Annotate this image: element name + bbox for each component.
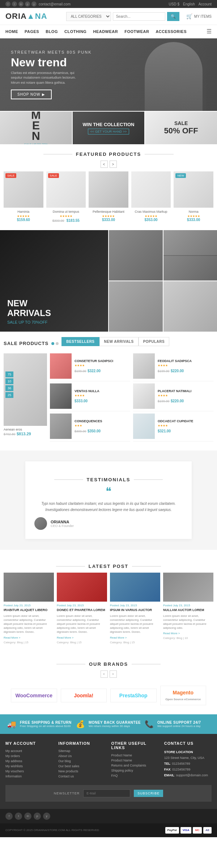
sale-thumb-0[interactable] <box>50 353 72 379</box>
nav-headwear[interactable]: HEADWEAR <box>93 29 118 34</box>
search-input[interactable] <box>113 12 165 21</box>
sale-percent: 50% OFF <box>164 126 198 136</box>
post-read-more-2[interactable]: Read More > <box>110 636 160 639</box>
footer-youtube-icon[interactable]: y <box>43 813 50 820</box>
nav-footwear[interactable]: FOOTWEAR <box>124 29 149 34</box>
sale-product-info-5: ODCAECAT CUPIDATE ★★★★ $321.00 <box>158 419 213 433</box>
footer-returns[interactable]: Returns and Complaints <box>111 764 159 767</box>
arrivals-img-4[interactable] <box>109 281 163 332</box>
footer-our-blog[interactable]: Our blog <box>58 759 106 763</box>
footer-instagram-icon[interactable]: in <box>24 813 31 820</box>
sale-product-name-5: ODCAECAT CUPIDATE <box>158 419 213 423</box>
product-image-3[interactable] <box>131 171 171 208</box>
hamburger-menu[interactable]: ☰ <box>207 28 212 35</box>
sale-product-info-1: VENTAS NULLA ★★★★ $333.00 <box>75 389 130 403</box>
featured-next-button[interactable]: > <box>110 161 117 168</box>
sale-thumb-1[interactable] <box>50 383 72 409</box>
nav-clothing[interactable]: CLOTHING <box>64 29 86 34</box>
product-image-2[interactable] <box>89 171 128 208</box>
footer-my-wishlists[interactable]: My wishlists <box>5 764 53 768</box>
post-image-1[interactable] <box>57 573 107 602</box>
footer-my-vouchers[interactable]: My vouchers <box>5 769 53 773</box>
arrivals-img-5[interactable] <box>163 281 217 332</box>
instagram-icon[interactable]: in <box>18 1 24 7</box>
product-price-group-1: $333.00 $183.55 <box>46 218 86 223</box>
post-read-more-1[interactable]: Read More > <box>57 636 107 639</box>
banner-men[interactable]: MEN SALE UP TO 70% <box>0 112 72 144</box>
arrivals-img-3[interactable] <box>163 256 217 281</box>
tab-bestsellers[interactable]: BESTSELLERS <box>61 337 99 346</box>
sale-dot-1[interactable] <box>51 342 54 345</box>
tab-populars[interactable]: POPULARS <box>139 337 170 346</box>
nav-pages[interactable]: PAGES <box>25 29 39 34</box>
post-image-3[interactable] <box>163 573 213 602</box>
language-selector[interactable]: English <box>183 2 195 6</box>
win-sub: << GET YOUR HAND >> <box>88 129 129 134</box>
arrivals-img-2[interactable] <box>163 230 217 255</box>
footer-facebook-icon[interactable]: f <box>5 813 13 820</box>
countdown-minutes: 36 <box>5 385 13 391</box>
footer-sitemap[interactable]: Sitemap <box>58 749 106 753</box>
sale-thumb-5[interactable] <box>133 414 155 439</box>
featured-prev-button[interactable]: < <box>101 161 108 168</box>
currency-selector[interactable]: USD $ <box>169 2 179 6</box>
nav-home[interactable]: HOME <box>5 29 18 34</box>
brand-joomla[interactable]: Joomla! <box>61 689 107 702</box>
banner-win[interactable]: WIN THE COLLECTION << GET YOUR HAND >> <box>73 112 145 144</box>
footer-product-2[interactable]: Product Name <box>111 759 159 762</box>
footer-information[interactable]: Information <box>5 774 53 778</box>
footer-faq[interactable]: FAQ <box>111 774 159 777</box>
brand-prestashop[interactable]: PrestaShop <box>110 689 157 702</box>
nav-accessories[interactable]: ACCESSORIES <box>156 29 187 34</box>
sale-thumb-3[interactable] <box>133 353 155 379</box>
footer-shipping-policy[interactable]: Shipping policy <box>111 769 159 772</box>
product-card-4: NEW Norma ★★★★★ $333.00 <box>174 171 213 223</box>
post-image-0[interactable] <box>4 573 54 602</box>
subscribe-button[interactable]: SUBSCRIBE <box>134 790 163 797</box>
brand-woocommerce[interactable]: WooCommerce <box>11 689 57 702</box>
tab-new-arrivals[interactable]: NEW ARRIVALS <box>99 337 139 346</box>
cart-info[interactable]: 🛒 MY ITEMS <box>186 13 212 19</box>
sale-product-info-4: PLACERAT NATIMALI ★★★★ $199.00 $220.00 <box>158 389 213 403</box>
account-link[interactable]: Account <box>199 2 212 6</box>
post-read-more-3[interactable]: Read More > <box>163 632 213 635</box>
sale-section-title: SALE PRODUCTS <box>4 341 48 346</box>
arrivals-banner[interactable]: NEWARRIVALS SALE UP TO 70%OFF <box>0 230 108 332</box>
newsletter-label: NEWSLETTER <box>54 792 80 795</box>
sale-thumb-2[interactable] <box>50 414 72 439</box>
footer-new-products[interactable]: New products <box>58 769 106 773</box>
sale-dot-2[interactable] <box>56 342 59 345</box>
brand-magento[interactable]: MagentoOpen Source eCommerce <box>160 686 207 705</box>
logo[interactable]: ORIA▲NA <box>5 12 47 21</box>
category-select[interactable]: ALL CATEGORIES <box>66 12 111 21</box>
sale-thumb-4[interactable] <box>133 383 155 409</box>
brands-prev-button[interactable]: ‹ <box>101 670 108 678</box>
footer-my-address[interactable]: My address <box>5 759 53 763</box>
newsletter-input[interactable] <box>83 789 130 797</box>
twitter-icon[interactable]: t <box>12 1 17 7</box>
footer-twitter-icon[interactable]: t <box>15 813 22 820</box>
footer-contact-us[interactable]: Contact us <box>58 774 106 778</box>
pinterest-icon[interactable]: p <box>25 1 30 7</box>
banner-sale-text: SALE 50% OFF <box>164 120 198 136</box>
banner-sale[interactable]: SALE 50% OFF <box>145 112 217 144</box>
search-button[interactable]: 🔍 <box>167 12 179 21</box>
hero-shop-button[interactable]: SHOP NOW ▶ <box>11 90 52 99</box>
nav-blog[interactable]: BLOG <box>46 29 58 34</box>
footer-grid: MY ACCOUNT My account My orders My addre… <box>5 741 212 780</box>
sale-product-stars-5: ★★★★ <box>158 424 213 427</box>
footer-product-1[interactable]: Product Name <box>111 753 159 757</box>
footer-best-sales[interactable]: Our best sales <box>58 764 106 768</box>
post-image-2[interactable] <box>110 573 160 602</box>
sale-product-name-3: FEODALIT SADIPSCA <box>158 359 213 363</box>
mastercard-icon: MC <box>193 827 201 834</box>
footer-my-account[interactable]: My account <box>5 749 53 753</box>
post-read-more-0[interactable]: Read More > <box>4 636 54 639</box>
facebook-icon[interactable]: f <box>5 1 10 7</box>
brands-next-button[interactable]: › <box>110 670 117 678</box>
footer-about-us[interactable]: About Us <box>58 754 106 758</box>
footer-my-orders[interactable]: My orders <box>5 754 53 758</box>
arrivals-img-1[interactable] <box>109 230 163 281</box>
youtube-icon[interactable]: y <box>31 1 37 7</box>
footer-pinterest-icon[interactable]: p <box>34 813 41 820</box>
